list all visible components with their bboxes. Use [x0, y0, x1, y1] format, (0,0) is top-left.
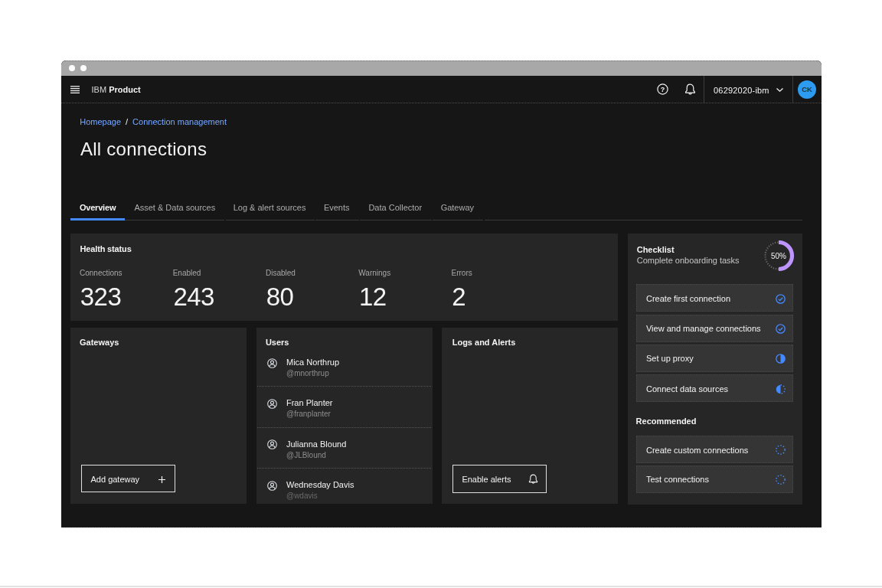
svg-text:?: ? [661, 86, 665, 93]
svg-text:50%: 50% [771, 252, 786, 260]
